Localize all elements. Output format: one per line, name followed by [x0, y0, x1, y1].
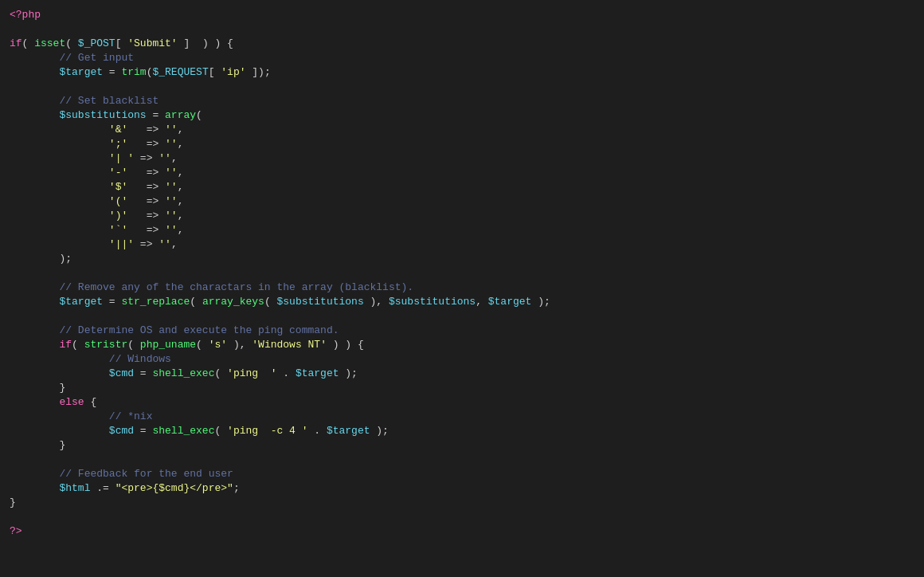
func-array: array	[165, 108, 196, 123]
code-line: $cmd = shell_exec( 'ping -c 4 ' . $targe…	[0, 424, 924, 438]
str-empty2: ''	[165, 137, 178, 151]
code-line: $html .= "<pre>{$cmd}</pre>";	[0, 481, 924, 496]
code-viewer: <?php if( isset( $_POST[ 'Submit' ] ) ) …	[0, 0, 924, 577]
var-target-win: $target	[296, 367, 339, 381]
func-shell-exec-nix: shell_exec	[152, 424, 214, 438]
str-empty7: ''	[165, 209, 178, 223]
code-line: $target = str_replace( array_keys( $subs…	[0, 295, 924, 309]
code-line: if( isset( $_POST[ 'Submit' ] ) ) {	[0, 37, 924, 51]
code-line: // *nix	[0, 410, 924, 424]
code-line: $substitutions = array(	[0, 108, 924, 123]
var-post: $_POST	[78, 37, 116, 51]
code-line: ?>	[0, 524, 924, 539]
var-html: $html	[59, 481, 90, 496]
code-line	[0, 266, 924, 281]
var-target: $target	[59, 65, 103, 80]
code-line: // Feedback for the end user	[0, 467, 924, 481]
str-ping-nix: 'ping -c 4 '	[227, 424, 307, 438]
code-line	[0, 510, 924, 524]
code-line: '&' => '',	[0, 123, 924, 137]
comment-windows: // Windows	[109, 352, 171, 367]
comment-blacklist: // Set blacklist	[59, 94, 159, 108]
str-empty9: ''	[159, 237, 171, 252]
var-cmd: $cmd	[109, 367, 134, 381]
str-empty4: ''	[165, 166, 178, 180]
code-line: '(' => '',	[0, 194, 924, 209]
str-amp: '&'	[109, 123, 127, 137]
code-line	[0, 453, 924, 467]
var-substitutions: $substitutions	[59, 108, 146, 123]
code-line: // Get input	[0, 51, 924, 65]
str-or: '||'	[109, 237, 134, 252]
code-line	[0, 22, 924, 37]
var-target2: $target	[59, 295, 103, 309]
func-stristr: stristr	[84, 338, 128, 352]
code-line: ')' => '',	[0, 209, 924, 223]
str-ping-win: 'ping '	[227, 367, 276, 381]
func-php-uname: php_uname	[140, 338, 196, 352]
str-dash: '-'	[109, 166, 127, 180]
code-line: '`' => '',	[0, 223, 924, 237]
comment-get-input: // Get input	[59, 51, 134, 65]
str-html: "<pre>{$cmd}</pre>"	[116, 481, 233, 496]
str-empty8: ''	[165, 223, 178, 237]
code-line: '| ' => '',	[0, 151, 924, 166]
str-empty5: ''	[165, 180, 178, 194]
code-line: }	[0, 438, 924, 453]
var-target-nix: $target	[327, 424, 370, 438]
keyword-else: else	[59, 395, 84, 410]
code-line: }	[0, 496, 924, 510]
str-empty1: ''	[165, 123, 178, 137]
code-line: '||' => '',	[0, 237, 924, 252]
code-line: // Set blacklist	[0, 94, 924, 108]
str-pipe: '| '	[109, 151, 134, 166]
str-lparen: '('	[109, 194, 127, 209]
php-close-tag: ?>	[10, 524, 22, 539]
var-target3: $target	[488, 295, 532, 309]
comment-feedback: // Feedback for the end user	[59, 467, 233, 481]
code-line: // Determine OS and execute the ping com…	[0, 324, 924, 338]
code-line: if( stristr( php_uname( 's' ), 'Windows …	[0, 338, 924, 352]
var-cmd-nix: $cmd	[109, 424, 134, 438]
str-dollar: '$'	[109, 180, 127, 194]
var-request: $_REQUEST	[152, 65, 208, 80]
str-windows-nt: 'Windows NT'	[252, 338, 327, 352]
php-open-tag: <?php	[10, 8, 41, 22]
keyword-if2: if	[59, 338, 72, 352]
func-shell-exec-win: shell_exec	[152, 367, 214, 381]
str-submit: 'Submit'	[127, 37, 177, 51]
func-trim: trim	[121, 65, 146, 80]
code-line: $cmd = shell_exec( 'ping ' . $target );	[0, 367, 924, 381]
var-subs1: $substitutions	[277, 295, 364, 309]
code-line: '-' => '',	[0, 166, 924, 180]
var-subs2: $substitutions	[389, 295, 476, 309]
code-line: $target = trim($_REQUEST[ 'ip' ]);	[0, 65, 924, 80]
code-line: <?php	[0, 8, 924, 22]
code-line: // Windows	[0, 352, 924, 367]
keyword-if: if	[10, 37, 22, 51]
str-empty6: ''	[165, 194, 178, 209]
str-semi: ';'	[109, 137, 127, 151]
str-s: 's'	[209, 338, 227, 352]
comment-nix: // *nix	[109, 410, 153, 424]
code-line: );	[0, 252, 924, 266]
code-line: '$' => '',	[0, 180, 924, 194]
func-str-replace: str_replace	[121, 295, 190, 309]
func-array-keys: array_keys	[202, 295, 264, 309]
code-line: }	[0, 381, 924, 395]
code-line: ';' => '',	[0, 137, 924, 151]
str-ip: 'ip'	[221, 65, 245, 80]
code-line: // Remove any of the charactars in the a…	[0, 281, 924, 295]
comment-remove: // Remove any of the charactars in the a…	[59, 281, 413, 295]
str-empty3: ''	[159, 151, 171, 166]
code-line	[0, 309, 924, 324]
code-line: else {	[0, 395, 924, 410]
code-line	[0, 80, 924, 94]
func-isset: isset	[34, 37, 65, 51]
str-rparen: ')'	[109, 209, 127, 223]
comment-determine: // Determine OS and execute the ping com…	[59, 324, 339, 338]
str-backtick: '`'	[109, 223, 127, 237]
